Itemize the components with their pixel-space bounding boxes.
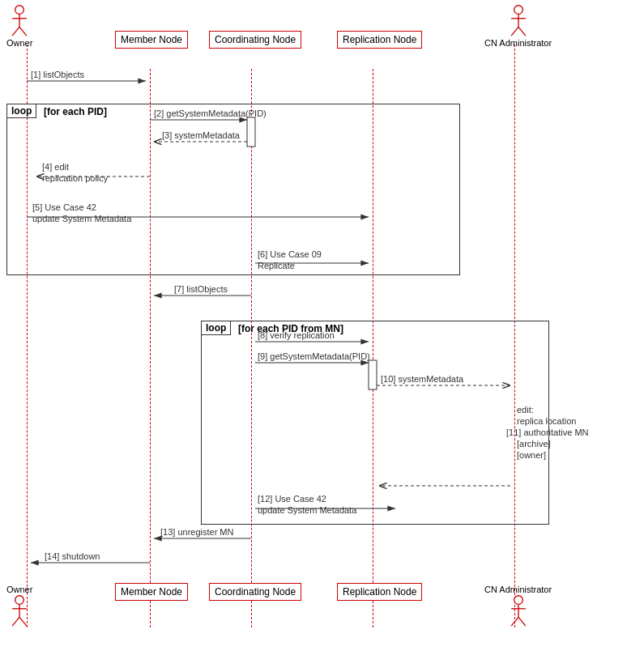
- loop-frame-2: loop [for each PID from MN]: [201, 321, 549, 525]
- svg-line-57: [511, 617, 518, 626]
- actor-label-cn-admin-top: CN Administrator: [484, 38, 552, 48]
- svg-point-54: [514, 596, 522, 605]
- svg-line-3: [12, 27, 19, 36]
- actor-label-owner-top: Owner: [6, 38, 32, 48]
- actor-owner-bottom: Owner: [6, 583, 32, 627]
- actor-figure-cn-admin-bottom: [506, 594, 531, 627]
- svg-line-53: [19, 617, 27, 626]
- actor-owner-top: Owner: [6, 4, 32, 48]
- node-box-coordinating-top: Coordinating Node: [209, 31, 301, 49]
- actor-label-cn-admin-bottom: CN Administrator: [484, 585, 552, 594]
- svg-line-4: [19, 27, 27, 36]
- actor-label-owner-bottom: Owner: [6, 585, 32, 594]
- svg-text:[7]  listObjects: [7] listObjects: [174, 284, 228, 294]
- loop-condition-2: [for each PID from MN]: [238, 323, 343, 334]
- actor-cn-admin-bottom: CN Administrator: [484, 583, 552, 627]
- svg-line-8: [511, 27, 518, 36]
- loop-label-1: loop: [6, 104, 36, 118]
- loop-frame-1: loop [for each PID]: [6, 104, 460, 275]
- loop-condition-1: [for each PID]: [44, 106, 107, 117]
- svg-line-9: [518, 27, 526, 36]
- actor-figure-cn-admin-top: [506, 4, 531, 36]
- actor-figure-owner-bottom: [7, 594, 32, 627]
- svg-line-58: [518, 617, 526, 626]
- svg-line-52: [12, 617, 19, 626]
- sequence-diagram: Owner Member Node Coordinating Node Repl…: [0, 0, 644, 655]
- svg-point-49: [15, 596, 24, 605]
- node-box-replication-top: Replication Node: [337, 31, 422, 49]
- svg-point-5: [514, 6, 522, 15]
- node-box-coordinating-bottom: Coordinating Node: [209, 583, 301, 601]
- svg-text:[14]  shutdown: [14] shutdown: [45, 551, 100, 561]
- node-box-replication-bottom: Replication Node: [337, 583, 422, 601]
- actor-figure-owner-top: [7, 4, 32, 36]
- svg-point-0: [15, 6, 24, 15]
- loop-label-2: loop: [201, 321, 231, 335]
- svg-text:[1] listObjects: [1] listObjects: [31, 70, 85, 79]
- actor-cn-admin-top: CN Administrator: [484, 4, 552, 48]
- node-box-member-bottom: Member Node: [115, 583, 188, 601]
- svg-text:[13]  unregister MN: [13] unregister MN: [160, 527, 234, 537]
- node-box-member-top: Member Node: [115, 31, 188, 49]
